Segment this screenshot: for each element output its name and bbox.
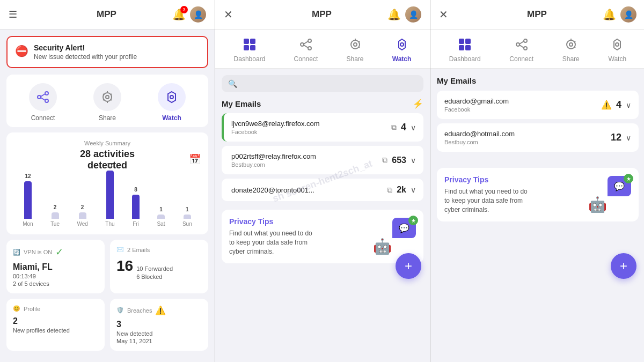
profile-count: 2 <box>13 316 98 326</box>
email-item-s3-0[interactable]: eduardo@gmail.com Facebook ⚠️ 4 ∨ <box>437 91 639 119</box>
copy-icon-s2-1[interactable]: ⧉ <box>382 156 387 165</box>
email-item-s2-1[interactable]: p002rtsff@relay.firefox.com Bestbuy.com … <box>222 146 423 174</box>
tab-dashboard-label-s3: Dashboard <box>449 55 481 63</box>
tab-watch-label-s2: Watch <box>392 55 412 63</box>
svg-point-5 <box>103 93 112 101</box>
tab-watch-s3[interactable]: Watch <box>609 37 627 63</box>
my-emails-header-s2: My Emails ⚡ <box>222 99 423 109</box>
calendar-icon[interactable]: 📅 <box>189 154 201 165</box>
nav-connect[interactable]: Connect <box>29 83 57 122</box>
email-summary-card[interactable]: ✉️ 2 Emails 16 10 Forwarded 6 Blocked <box>110 240 208 293</box>
connect-icon-circle <box>29 83 57 111</box>
svg-rect-14 <box>244 39 249 44</box>
svg-point-34 <box>524 39 527 42</box>
privacy-illustration-s2: 💬 ★ 🤖 <box>373 218 416 255</box>
svg-line-8 <box>111 94 112 95</box>
email-item-s2-0[interactable]: ljvcn9we8@relay.firefox.com Facebook ⧉ 4… <box>222 113 423 142</box>
vpn-card[interactable]: 🔄 VPN is ON ✓ Miami, FL 00:13:49 2 of 5 … <box>6 240 105 293</box>
svg-point-43 <box>616 43 619 46</box>
tab-connect-label-s2: Connect <box>294 55 318 63</box>
privacy-illustration-s3: 💬 ★ 🤖 <box>588 176 631 213</box>
tab-watch-s2[interactable]: Watch <box>392 37 412 63</box>
vpn-label: VPN is ON <box>24 249 52 255</box>
privacy-tips-s2[interactable]: Privacy Tips Find out what you need to d… <box>222 210 423 263</box>
email-item-s3-1[interactable]: eduardo@hotmail.com Bestbuy.com 12 ∨ <box>437 123 639 152</box>
filter-icon-s2[interactable]: ⚡ <box>413 99 423 109</box>
svg-rect-30 <box>465 39 471 44</box>
vpn-icon: 🔄 <box>13 249 20 256</box>
vpn-time: 00:13:49 <box>13 273 98 279</box>
tab-share-label-s2: Share <box>347 55 364 63</box>
profile-card[interactable]: 😊 Profile 2 New profiles detected <box>6 299 105 351</box>
email-blocked: 6 Blocked <box>136 273 173 281</box>
breach-card[interactable]: 🛡️ Breaches ⚠️ 3 New detected May 11, 20… <box>110 299 208 351</box>
close-icon-s3[interactable]: ✕ <box>439 8 448 21</box>
email-source-s2-1: Bestbuy.com <box>231 161 382 168</box>
chevron-down-s3-0[interactable]: ∨ <box>626 101 631 109</box>
svg-rect-32 <box>465 45 471 50</box>
app-title-2: MPP <box>256 9 387 20</box>
chevron-down-s2-2[interactable]: ∨ <box>411 186 416 194</box>
tab-dashboard-s2[interactable]: Dashboard <box>234 37 266 63</box>
screen-3: ✕ MPP 🔔 👤 Dashboard <box>430 0 644 362</box>
menu-icon[interactable]: ☰ <box>9 9 17 20</box>
tab-share-label-s3: Share <box>562 55 580 63</box>
svg-line-11 <box>103 99 104 100</box>
tab-share-s2[interactable]: Share <box>347 37 364 63</box>
bell-icon-s3[interactable]: 🔔 <box>603 8 616 21</box>
tab-dashboard-s3[interactable]: Dashboard <box>449 37 481 63</box>
share-icon-circle <box>93 83 121 111</box>
breach-count: 3 <box>116 320 202 329</box>
tab-connect-s3[interactable]: Connect <box>509 37 533 63</box>
alert-description: New issue detected with your profile <box>34 53 137 61</box>
svg-line-27 <box>358 47 360 48</box>
tab-nav-s2: Dashboard Connect <box>215 29 430 69</box>
vpn-location: Miami, FL <box>13 262 98 272</box>
breach-label: Breaches <box>127 307 152 314</box>
chevron-down-s3-1[interactable]: ∨ <box>626 134 631 142</box>
my-emails-label-s3: My Emails <box>437 76 639 85</box>
privacy-text-s2: Find out what you need to do to keep you… <box>229 229 315 256</box>
svg-point-2 <box>45 99 48 102</box>
avatar-s2[interactable]: 👤 <box>405 6 421 23</box>
vpn-devices: 2 of 5 devices <box>13 280 98 287</box>
watch-icon-circle <box>158 83 186 111</box>
fab-s3[interactable]: + <box>611 253 636 279</box>
search-bar-s2[interactable]: 🔍 <box>222 75 423 92</box>
copy-icon-s2-0[interactable]: ⧉ <box>391 123 397 132</box>
app-title-3: MPP <box>471 9 603 20</box>
avatar[interactable]: 👤 <box>190 6 206 23</box>
email-count-s2-2: 2k <box>397 185 406 195</box>
nav-watch[interactable]: Watch <box>158 83 186 122</box>
email-address-s2-2: donate2020@toronto001... <box>231 186 387 194</box>
svg-point-19 <box>308 39 311 42</box>
svg-line-37 <box>519 45 524 48</box>
copy-icon-s2-2[interactable]: ⧉ <box>387 186 392 195</box>
email-item-s2-2[interactable]: donate2020@toronto001... ⧉ 2k ∨ <box>222 179 423 201</box>
email-count-s2-1: 653 <box>392 156 406 165</box>
security-alert-banner[interactable]: ⛔ Security Alert! New issue detected wit… <box>6 36 208 68</box>
email-count: 16 <box>116 257 133 275</box>
tab-dashboard-label-s2: Dashboard <box>234 55 266 63</box>
notification-bell-icon[interactable]: 🔔 3 <box>172 8 186 21</box>
chevron-down-s2-1[interactable]: ∨ <box>411 156 416 165</box>
svg-point-39 <box>569 43 573 46</box>
weekly-label: Weekly Summary <box>76 140 138 146</box>
fab-s2[interactable]: + <box>396 253 421 279</box>
privacy-title-s2: Privacy Tips <box>229 217 315 226</box>
email-address-s2-1: p002rtsff@relay.firefox.com <box>231 152 382 160</box>
chevron-down-s2-0[interactable]: ∨ <box>411 123 416 132</box>
screen-1: ☰ MPP 🔔 3 👤 ⛔ Security Alert! New issue … <box>0 0 215 362</box>
bar-col-sun: 1Sun <box>182 206 192 227</box>
email-forwarded: 10 Forwarded <box>136 265 173 273</box>
avatar-s3[interactable]: 👤 <box>620 6 636 23</box>
tab-share-s3[interactable]: Share <box>562 37 580 63</box>
screen-2: ✕ MPP 🔔 👤 Dashboard <box>215 0 430 362</box>
close-icon-s2[interactable]: ✕ <box>224 8 233 21</box>
tab-connect-s2[interactable]: Connect <box>294 37 318 63</box>
bell-icon-s2[interactable]: 🔔 <box>387 8 401 21</box>
profile-label: Profile <box>24 306 40 312</box>
privacy-tips-s3[interactable]: Privacy Tips Find out what you need to d… <box>437 168 639 221</box>
email-address-s3-0: eduardo@gmail.com <box>444 97 601 105</box>
nav-share[interactable]: Share <box>93 83 121 122</box>
